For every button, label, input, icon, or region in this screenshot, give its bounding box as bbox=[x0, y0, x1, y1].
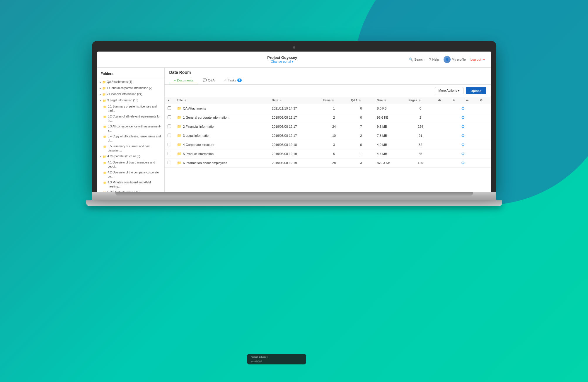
sidebar-item-5[interactable]: 📁3.2 Copies of all relevant agreements f… bbox=[97, 114, 164, 124]
sidebar-item-9[interactable]: ▼📁4 Corportate structure (3) bbox=[97, 154, 164, 160]
row-checkbox-4[interactable] bbox=[165, 140, 174, 149]
checkbox-0[interactable] bbox=[168, 106, 171, 110]
sidebar-item-1[interactable]: ▶📁1 General corporate information (2) bbox=[97, 85, 164, 91]
more-actions-button[interactable]: More Actions ▾ bbox=[435, 87, 464, 94]
folder-icon: 📁 bbox=[103, 135, 107, 139]
title-text-1: 1 General corporate information bbox=[183, 116, 229, 119]
mini-taskbar: Project Odyssey spreadsheet bbox=[247, 354, 306, 364]
sidebar-title: Folders bbox=[97, 70, 164, 78]
folder-icon: 📁 bbox=[103, 105, 107, 109]
row-checkbox-0[interactable] bbox=[165, 104, 174, 113]
row-pages-3: 91 bbox=[405, 131, 435, 140]
profile-nav-item[interactable]: 👤 My profile bbox=[444, 56, 466, 63]
row-items-3: 10 bbox=[320, 131, 348, 140]
checkbox-5[interactable] bbox=[168, 152, 171, 155]
qa-tab-label: Q&A bbox=[208, 79, 215, 82]
logout-button[interactable]: Log out ↩ bbox=[471, 58, 485, 62]
sidebar-item-13[interactable]: ▼📁5 Product information (5) bbox=[97, 190, 164, 192]
checkbox-1[interactable] bbox=[168, 115, 171, 119]
checkbox-2[interactable] bbox=[168, 125, 171, 128]
laptop-camera bbox=[293, 46, 295, 49]
row-title-3[interactable]: 📁 3 Legal information bbox=[174, 131, 269, 140]
row-settings-icon-2[interactable]: ⚙ bbox=[461, 124, 465, 129]
row-checkbox-3[interactable] bbox=[165, 131, 174, 140]
row-items-4: 3 bbox=[320, 140, 348, 149]
tab-qa[interactable]: 💬 Q&A bbox=[198, 76, 219, 84]
row-checkbox-1[interactable] bbox=[165, 113, 174, 122]
sidebar-item-4[interactable]: 📁3.1 Summary of patents, licenses and tr… bbox=[97, 104, 164, 114]
laptop-bezel: Project Odyssey Change portal ▾ 🔍 Search… bbox=[92, 41, 496, 192]
row-actions-1[interactable]: ⚙ bbox=[435, 113, 491, 122]
sidebar-item-7[interactable]: 📁3.4 Copy of office lease, lease terms a… bbox=[97, 134, 164, 144]
row-pages-0: 0 bbox=[405, 104, 435, 113]
checkbox-4[interactable] bbox=[168, 143, 171, 146]
help-nav-item[interactable]: ? Help bbox=[429, 57, 439, 62]
row-settings-icon-3[interactable]: ⚙ bbox=[461, 133, 465, 138]
upload-button[interactable]: Upload bbox=[466, 87, 486, 94]
sidebar-item-8[interactable]: 📁3.5 Summary of current and past dispute… bbox=[97, 144, 164, 154]
col-qa-header[interactable]: Q&A ⇅ bbox=[348, 97, 374, 104]
col-size-header[interactable]: Size ⇅ bbox=[374, 97, 406, 104]
checkbox-6[interactable] bbox=[168, 161, 171, 164]
documents-tab-label: Documents bbox=[177, 79, 193, 82]
table-row: 📁 1 General corporate information 2019/0… bbox=[165, 113, 491, 122]
row-items-0: 1 bbox=[320, 104, 348, 113]
sidebar-item-10[interactable]: 📁4.1 Overview of board members and deput… bbox=[97, 160, 164, 170]
col-title-header[interactable]: Title ⇅ bbox=[174, 97, 269, 104]
row-title-2[interactable]: 📁 2 Financial information bbox=[174, 122, 269, 131]
folder-label: 1 General corporate information (2) bbox=[107, 86, 153, 90]
search-nav-label: Search bbox=[414, 58, 425, 61]
tab-tasks[interactable]: ✓ Tasks 1 bbox=[219, 76, 246, 84]
row-title-1[interactable]: 📁 1 General corporate information bbox=[174, 113, 269, 122]
logout-label: Log out bbox=[471, 58, 481, 61]
folder-label: 4.3 Minutes from board and AGM meeting..… bbox=[108, 180, 162, 189]
row-settings-icon-4[interactable]: ⚙ bbox=[461, 142, 465, 147]
sidebar-item-6[interactable]: 📁3.3 All correspondence with assessment-… bbox=[97, 124, 164, 134]
header-nav: 🔍 Search ? Help 👤 My profile Log out ↩ bbox=[409, 56, 485, 63]
sidebar-item-0[interactable]: ▶📁QA Attachments (1) bbox=[97, 79, 164, 85]
folder-name-4: 📁 4 Corportate structure bbox=[177, 143, 266, 147]
row-settings-icon-6[interactable]: ⚙ bbox=[461, 161, 465, 165]
folder-row-icon-6: 📁 bbox=[177, 161, 181, 165]
col-date-header[interactable]: Date ⇅ bbox=[269, 97, 320, 104]
sidebar-item-2[interactable]: ▶📁2 Financial information (24) bbox=[97, 91, 164, 98]
row-checkbox-2[interactable] bbox=[165, 122, 174, 131]
col-pages-header[interactable]: Pages ⇅ bbox=[405, 97, 435, 104]
sidebar-item-12[interactable]: 📁4.3 Minutes from board and AGM meeting.… bbox=[97, 180, 164, 190]
row-checkbox-5[interactable] bbox=[165, 149, 174, 158]
row-settings-icon-5[interactable]: ⚙ bbox=[461, 151, 465, 156]
sidebar-item-11[interactable]: 📁4.2 Overview of the company corporate g… bbox=[97, 170, 164, 180]
row-items-6: 28 bbox=[320, 158, 348, 168]
row-settings-icon-0[interactable]: ⚙ bbox=[461, 106, 465, 111]
row-title-5[interactable]: 📁 5 Product information bbox=[174, 149, 269, 158]
app-title-area: Project Odyssey Change portal ▾ bbox=[156, 55, 409, 64]
laptop-hinge bbox=[115, 192, 473, 196]
title-text-4: 4 Corportate structure bbox=[183, 143, 214, 146]
row-actions-3[interactable]: ⚙ bbox=[435, 131, 491, 140]
row-title-6[interactable]: 📁 6 Information about employees bbox=[174, 158, 269, 168]
folder-name-1: 📁 1 General corporate information bbox=[177, 115, 266, 120]
row-actions-4[interactable]: ⚙ bbox=[435, 140, 491, 149]
row-size-0: 8.0 KB bbox=[374, 104, 406, 113]
row-actions-5[interactable]: ⚙ bbox=[435, 149, 491, 158]
checkbox-3[interactable] bbox=[168, 134, 171, 137]
table-row: 📁 3 Legal information 2019/05/08 12:17 1… bbox=[165, 131, 491, 140]
search-icon: 🔍 bbox=[409, 57, 413, 62]
tab-documents[interactable]: ≡ Documents bbox=[169, 76, 198, 84]
change-portal-link[interactable]: Change portal ▾ bbox=[156, 60, 409, 64]
row-actions-2[interactable]: ⚙ bbox=[435, 122, 491, 131]
row-checkbox-6[interactable] bbox=[165, 158, 174, 168]
row-settings-icon-1[interactable]: ⚙ bbox=[461, 115, 465, 120]
folder-icon: 📁 bbox=[102, 86, 106, 91]
search-nav-item[interactable]: 🔍 Search bbox=[409, 57, 425, 62]
sidebar-item-3[interactable]: ▼📁3 Legal information (10) bbox=[97, 98, 164, 104]
row-qa-6: 3 bbox=[348, 158, 374, 168]
folder-icon: 📁 bbox=[103, 125, 107, 129]
folder-icon: 📁 bbox=[103, 99, 106, 103]
row-actions-0[interactable]: ⚙ bbox=[435, 104, 491, 113]
row-title-0[interactable]: 📁 QA Attachments bbox=[174, 104, 269, 113]
col-items-header[interactable]: Items ⇅ bbox=[320, 97, 348, 104]
row-size-2: 9.3 MB bbox=[374, 122, 406, 131]
row-title-4[interactable]: 📁 4 Corportate structure bbox=[174, 140, 269, 149]
row-actions-6[interactable]: ⚙ bbox=[435, 158, 491, 168]
